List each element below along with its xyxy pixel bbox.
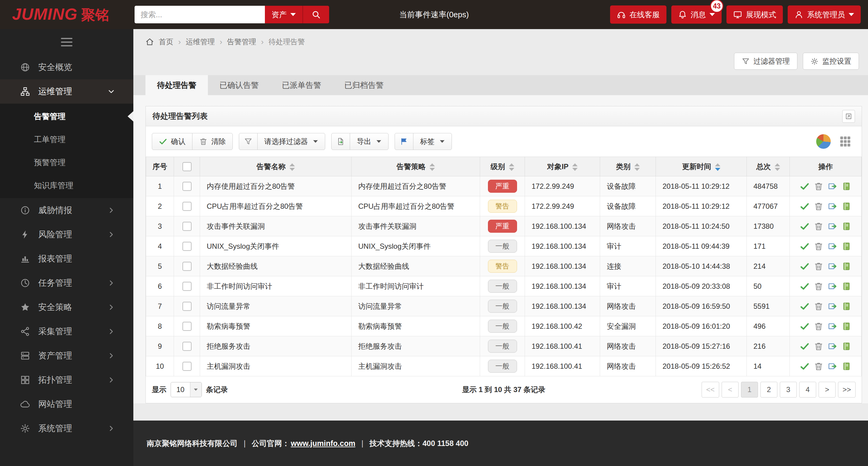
filter-select-dropdown[interactable]: 请选择过滤器	[257, 133, 325, 150]
dispatch-alert-icon[interactable]	[828, 261, 837, 271]
delete-alert-icon[interactable]	[814, 182, 824, 191]
monitor-settings-button[interactable]: 监控设置	[803, 53, 859, 70]
dispatch-alert-icon[interactable]	[828, 242, 837, 251]
row-checkbox[interactable]	[182, 342, 191, 351]
tag-dropdown[interactable]: 标签	[413, 133, 452, 150]
confirm-alert-icon[interactable]	[800, 281, 809, 291]
sidebar-item-risk-management[interactable]: 风险管理	[0, 222, 133, 247]
confirm-alert-icon[interactable]	[800, 261, 809, 271]
tab-archived-alerts[interactable]: 已归档告警	[333, 75, 395, 95]
sidebar-item-website-management[interactable]: 网站管理	[0, 392, 133, 416]
confirm-alert-icon[interactable]	[800, 182, 809, 191]
breadcrumb-item[interactable]: 告警管理	[227, 37, 256, 46]
sidebar-subitem-knowledge-base[interactable]: 知识库管理	[0, 174, 133, 197]
messages-button[interactable]: 43 消息	[671, 5, 722, 24]
page-number-2[interactable]: 2	[761, 382, 777, 398]
sidebar-item-security-overview[interactable]: 安全概览	[0, 55, 133, 80]
sidebar-subitem-warning-management[interactable]: 预警管理	[0, 151, 133, 174]
confirm-button[interactable]: 确认	[152, 133, 192, 150]
sidebar-item-ops-management[interactable]: 运维管理	[0, 80, 133, 104]
delete-alert-icon[interactable]	[814, 341, 824, 351]
delete-alert-icon[interactable]	[814, 281, 824, 291]
sidebar-subitem-alert-management[interactable]: 告警管理	[0, 105, 133, 128]
column-header-count[interactable]: 总次	[747, 157, 790, 176]
tab-pending-alerts[interactable]: 待处理告警	[146, 75, 208, 95]
column-header-ip[interactable]: 对象IP	[525, 157, 600, 176]
page-number-4[interactable]: 4	[799, 382, 816, 398]
dispatch-alert-icon[interactable]	[828, 341, 837, 351]
menu-toggle-icon[interactable]	[0, 29, 133, 55]
sidebar-item-asset-management[interactable]: 资产管理	[0, 344, 133, 368]
export-dropdown[interactable]: 导出	[350, 133, 389, 150]
page-size-select[interactable]: 10	[170, 382, 202, 397]
row-checkbox[interactable]	[182, 202, 191, 211]
clear-button[interactable]: 清除	[192, 133, 233, 150]
row-checkbox[interactable]	[182, 242, 191, 251]
row-checkbox[interactable]	[182, 322, 191, 331]
app-logo[interactable]: JUMING 聚铭	[0, 4, 133, 25]
confirm-alert-icon[interactable]	[800, 321, 809, 331]
row-checkbox[interactable]	[182, 182, 191, 191]
column-header-policy[interactable]: 告警策略	[351, 157, 480, 176]
display-mode-button[interactable]: 展现模式	[726, 5, 783, 24]
export-icon-button[interactable]	[331, 133, 350, 150]
delete-alert-icon[interactable]	[814, 302, 824, 311]
sidebar-item-security-policy[interactable]: 安全策略	[0, 295, 133, 319]
sidebar-item-system-management[interactable]: 系统管理	[0, 416, 133, 440]
archive-alert-icon[interactable]	[842, 302, 851, 311]
online-support-button[interactable]: 在线客服	[610, 5, 666, 24]
dispatch-alert-icon[interactable]	[828, 281, 837, 291]
archive-alert-icon[interactable]	[842, 201, 851, 211]
delete-alert-icon[interactable]	[814, 362, 824, 371]
archive-alert-icon[interactable]	[842, 362, 851, 371]
sidebar-item-task-management[interactable]: 任务管理	[0, 271, 133, 295]
tab-confirmed-alerts[interactable]: 已确认告警	[208, 75, 270, 95]
confirm-alert-icon[interactable]	[800, 201, 809, 211]
column-header-category[interactable]: 类别	[600, 157, 656, 176]
asset-dropdown-button[interactable]: 资产	[265, 6, 303, 23]
column-header-time[interactable]: 更新时间	[656, 157, 747, 176]
sidebar-subitem-ticket-management[interactable]: 工单管理	[0, 128, 133, 151]
sidebar-item-report-management[interactable]: 报表管理	[0, 247, 133, 271]
page-next-button[interactable]: >	[818, 382, 836, 398]
archive-alert-icon[interactable]	[842, 281, 851, 291]
search-input[interactable]	[134, 6, 265, 23]
delete-alert-icon[interactable]	[814, 261, 824, 271]
confirm-alert-icon[interactable]	[800, 242, 809, 251]
website-link[interactable]: www.juminfo.com	[291, 439, 355, 448]
column-header-level[interactable]: 级别	[480, 157, 525, 176]
delete-alert-icon[interactable]	[814, 221, 824, 231]
column-header-name[interactable]: 告警名称	[200, 157, 351, 176]
confirm-alert-icon[interactable]	[800, 221, 809, 231]
archive-alert-icon[interactable]	[842, 321, 851, 331]
admin-menu-button[interactable]: 系统管理员	[788, 5, 861, 24]
page-number-3[interactable]: 3	[780, 382, 797, 398]
sidebar-item-topology-management[interactable]: 拓扑管理	[0, 368, 133, 392]
archive-alert-icon[interactable]	[842, 261, 851, 271]
filter-button[interactable]	[239, 133, 258, 150]
dispatch-alert-icon[interactable]	[828, 302, 837, 311]
delete-alert-icon[interactable]	[814, 242, 824, 251]
dispatch-alert-icon[interactable]	[828, 362, 837, 371]
dispatch-alert-icon[interactable]	[828, 182, 837, 191]
breadcrumb-item[interactable]: 首页	[159, 37, 173, 46]
archive-alert-icon[interactable]	[842, 221, 851, 231]
archive-alert-icon[interactable]	[842, 182, 851, 191]
row-checkbox[interactable]	[182, 362, 191, 371]
dispatch-alert-icon[interactable]	[828, 321, 837, 331]
sidebar-item-threat-intel[interactable]: 威胁情报	[0, 198, 133, 222]
dispatch-alert-icon[interactable]	[828, 201, 837, 211]
sidebar-item-collection-management[interactable]: 采集管理	[0, 319, 133, 344]
delete-alert-icon[interactable]	[814, 321, 824, 331]
row-checkbox[interactable]	[182, 222, 191, 231]
select-all-checkbox[interactable]	[182, 162, 191, 171]
breadcrumb-item[interactable]: 运维管理	[186, 37, 215, 46]
expand-panel-button[interactable]	[842, 110, 855, 123]
confirm-alert-icon[interactable]	[800, 341, 809, 351]
search-button[interactable]	[303, 6, 329, 23]
filter-manage-button[interactable]: 过滤器管理	[734, 53, 797, 70]
confirm-alert-icon[interactable]	[800, 362, 809, 371]
grid-view-icon[interactable]	[839, 135, 852, 148]
archive-alert-icon[interactable]	[842, 341, 851, 351]
dispatch-alert-icon[interactable]	[828, 221, 837, 231]
